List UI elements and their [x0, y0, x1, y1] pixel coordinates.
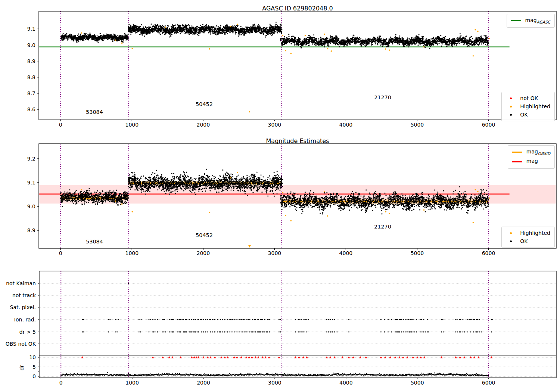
top-plot-highlighted [82, 24, 489, 112]
x-tick-label: 3000 [268, 122, 281, 128]
flag-row-label: Sat. pixel. [10, 304, 36, 310]
middle-plot-title: Magnitude Estimates [39, 137, 556, 144]
flag-row-label: not track [12, 292, 36, 298]
dr-tick-label: 10 [29, 354, 36, 360]
top-plot-scatter [61, 22, 488, 49]
top-plot-title: AGASC ID 629802048.0 [39, 5, 556, 12]
legend-label: magAGASC [525, 17, 550, 25]
y-tick-label: 8.9 [27, 58, 35, 64]
y-tick-label: 9.2 [27, 156, 35, 162]
middle-plot-marker-legend: Highlighted OK [501, 227, 555, 248]
x-tick-label: 6000 [482, 122, 495, 128]
legend-item-ok: OK [506, 111, 550, 119]
x-tick-label: 4000 [339, 380, 353, 386]
y-tick-label: 8.8 [27, 74, 35, 80]
dr-trace [61, 373, 488, 376]
legend-label: not OK [520, 95, 538, 102]
legend-item-mag-obsid: magOBSID [512, 147, 550, 157]
obsid-annotation: 50452 [196, 101, 213, 107]
legend-item-highlighted: Highlighted [506, 229, 550, 237]
dr-clipped-markers [81, 356, 492, 358]
legend-item-ok: OK [506, 237, 550, 245]
legend-item-highlighted: Highlighted [506, 102, 550, 111]
x-tick-label: 2000 [197, 380, 210, 386]
legend-label: mag [526, 158, 538, 165]
obsid-annotation: 53084 [86, 109, 103, 115]
legend-item-mag: mag [512, 157, 550, 166]
top-plot-annotations: 530845045221270 [86, 94, 391, 115]
green-line-swatch [511, 20, 521, 21]
legend-label: OK [520, 111, 528, 118]
legend-label: OK [520, 238, 528, 245]
bottom-plot: not Kalmannot trackSat. pixel.Ion. rad.d… [6, 271, 556, 386]
obsid-annotation: 21270 [374, 94, 391, 100]
flag-row-label: Ion. rad. [14, 317, 36, 323]
top-plot: 9.19.08.98.88.78.60100020003000400050006… [27, 11, 556, 128]
dr-axis-label: dr [19, 365, 25, 370]
red-dot-icon [510, 97, 512, 99]
plot-canvas: 9.19.08.98.88.78.60100020003000400050006… [0, 0, 560, 392]
x-tick-label: 0 [59, 122, 62, 128]
x-tick-label: 0 [59, 250, 62, 256]
top-plot-line-legend: magAGASC [507, 14, 555, 28]
x-tick-label: 5000 [411, 122, 424, 128]
x-tick-label: 2000 [197, 122, 210, 128]
x-tick-label: 1000 [125, 250, 139, 256]
y-tick-label: 8.6 [27, 106, 35, 112]
top-plot-marker-legend: not OK Highlighted OK [501, 92, 555, 121]
red-line-swatch [512, 161, 522, 162]
obsid-annotation: 53084 [86, 239, 103, 245]
x-tick-label: 3000 [268, 250, 281, 256]
x-tick-label: 0 [59, 380, 63, 386]
y-tick-label: 8.7 [27, 90, 35, 96]
x-tick-label: 4000 [339, 250, 353, 256]
obsid-annotation: 21270 [374, 224, 391, 230]
legend-item-mag-agasc: magAGASC [511, 16, 550, 25]
legend-label: magOBSID [526, 148, 550, 156]
orange-line-swatch [512, 152, 522, 153]
x-tick-label: 4000 [339, 122, 353, 128]
y-tick-label: 9.1 [27, 180, 35, 186]
x-tick-label: 6000 [482, 250, 495, 256]
legend-label: Highlighted [520, 103, 550, 110]
obsid-annotation: 50452 [196, 232, 213, 238]
black-dot-icon [510, 114, 512, 116]
y-tick-label: 9.0 [27, 42, 35, 48]
middle-plot-line-legend: magOBSID mag [508, 145, 555, 169]
y-tick-label: 9.1 [27, 26, 35, 32]
orange-dot-icon [510, 106, 512, 108]
flag-row-label: OBS not OK [6, 341, 36, 347]
clipped-point-marker [248, 245, 251, 248]
dr-tick-label: 0 [32, 373, 36, 379]
legend-label: Highlighted [520, 230, 550, 236]
y-tick-label: 9.0 [27, 203, 35, 209]
flag-row-label: not Kalman [6, 280, 36, 286]
x-tick-label: 1000 [125, 380, 139, 386]
black-dot-icon [510, 240, 512, 242]
x-tick-label: 6000 [482, 380, 495, 386]
x-tick-label: 2000 [197, 250, 210, 256]
x-tick-label: 1000 [125, 122, 139, 128]
middle-plot-annotations: 530845045221270 [86, 224, 391, 245]
figure: 9.19.08.98.88.78.60100020003000400050006… [0, 0, 560, 392]
y-tick-label: 8.9 [27, 227, 35, 233]
dr-tick-label: 5 [32, 364, 36, 370]
flag-dots [83, 283, 493, 332]
legend-item-not-ok: not OK [506, 94, 550, 102]
x-tick-label: 5000 [411, 380, 424, 386]
x-tick-label: 3000 [268, 380, 281, 386]
orange-dot-icon [510, 232, 512, 234]
flag-row-label: dr > 5 [19, 329, 36, 335]
x-tick-label: 5000 [411, 250, 424, 256]
